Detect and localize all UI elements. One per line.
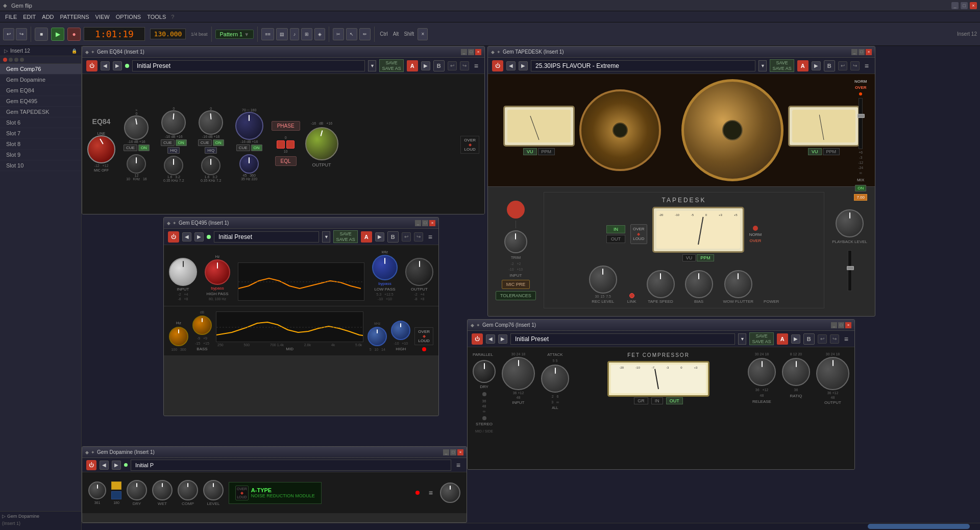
eq495-preset-dropdown[interactable]: ▼ <box>322 231 330 243</box>
bottom-comp-knob[interactable] <box>178 480 198 500</box>
eq84-band3-knob1[interactable] <box>199 110 223 135</box>
bottom-right-menu[interactable]: ≡ <box>427 489 435 497</box>
eq84-ab-a[interactable]: A <box>407 60 418 71</box>
eq84-prev[interactable]: ◀ <box>101 61 110 70</box>
tapedesk-next[interactable]: ▶ <box>519 61 528 70</box>
tapedesk-left-ppm-btn[interactable]: PPM <box>538 148 555 155</box>
eq495-prev[interactable]: ◀ <box>182 232 191 242</box>
tapedesk-ab-a[interactable]: A <box>797 60 808 71</box>
eq495-preset-input[interactable] <box>214 231 319 243</box>
eq495-lp-knob[interactable] <box>372 255 398 280</box>
eq84-band4-freq-knob[interactable] <box>239 154 259 174</box>
toolbar-redo[interactable]: ↪ <box>16 28 27 40</box>
eq84-band3-hiq[interactable]: HiQ <box>205 147 217 154</box>
tapedesk-minimize[interactable]: _ <box>851 49 857 55</box>
tapedesk-mix-on[interactable]: ON <box>855 185 866 191</box>
bottom-preset-max[interactable]: □ <box>450 449 456 455</box>
menu-edit[interactable]: EDIT <box>20 13 39 21</box>
bottom-menu[interactable]: ≡ <box>454 461 462 469</box>
pencil-btn[interactable]: ✏ <box>359 28 371 40</box>
eq84-close[interactable]: × <box>475 49 481 55</box>
comp76-gr-btn[interactable]: GR <box>634 397 648 404</box>
comp76-menu[interactable]: ≡ <box>842 335 850 343</box>
tapedesk-right-vu-btn[interactable]: VU <box>808 148 822 155</box>
bottom-level-knob[interactable] <box>203 480 224 500</box>
bottom-power[interactable]: ⏻ <box>86 460 96 470</box>
tapedesk-mic-pre-btn[interactable]: MIC PRE <box>502 280 530 289</box>
bottom-next[interactable]: ▶ <box>112 461 121 470</box>
eq84-band3-on[interactable]: ON <box>213 139 224 146</box>
tapedesk-right-fader[interactable] <box>859 98 863 149</box>
eq84-band2-on[interactable]: ON <box>176 139 187 146</box>
piano-btn[interactable]: ♪ <box>290 28 300 40</box>
tapedesk-playback-knob[interactable] <box>836 209 864 237</box>
toolbar-undo[interactable]: ↩ <box>3 28 14 40</box>
tapedesk-tolerances-btn[interactable]: TOLERANCES <box>496 291 536 300</box>
bottom-preset-min[interactable]: _ <box>443 449 449 455</box>
tapedesk-save[interactable]: SAVESAVE AS <box>770 59 794 73</box>
pattern-btn[interactable]: Pattern 1 <box>220 31 243 37</box>
eq84-band2-knob1[interactable] <box>161 110 186 135</box>
menu-file[interactable]: FILE <box>2 13 20 21</box>
sidebar-item-eq84[interactable]: Gem EQ84 <box>0 85 81 96</box>
tapedesk-tapespeed-knob[interactable] <box>647 270 675 298</box>
tapedesk-ab-arrow[interactable]: ▶ <box>812 61 821 70</box>
menu-add[interactable]: ADD <box>39 13 57 21</box>
tapedesk-preset-input[interactable] <box>531 60 755 71</box>
eq84-band1-cue[interactable]: CUE <box>124 144 137 151</box>
eq495-undo[interactable]: ↩ <box>402 232 411 242</box>
eq495-input-knob[interactable] <box>169 258 197 286</box>
tapedesk-preset-dropdown[interactable]: ▼ <box>758 60 767 71</box>
eq84-band2-cue[interactable]: CUE <box>161 139 175 146</box>
tapedesk-rec-knob[interactable] <box>589 266 617 294</box>
eq84-band4-on[interactable]: ON <box>251 144 262 151</box>
tapedesk-redo[interactable]: ↪ <box>850 61 860 70</box>
eq495-ab-arrow[interactable]: ▶ <box>375 232 384 242</box>
eq84-minimize[interactable]: _ <box>461 49 467 55</box>
sidebar-item-comp76[interactable]: Gem Comp76 <box>0 64 81 75</box>
sidebar-item-slot8[interactable]: Slot 8 <box>0 139 81 150</box>
eq84-input-knob[interactable] <box>87 135 115 163</box>
eq84-redo[interactable]: ↪ <box>460 61 469 70</box>
eq495-redo[interactable]: ↪ <box>414 232 423 242</box>
menu-view[interactable]: VIEW <box>92 13 113 21</box>
eq84-preset-input[interactable] <box>132 60 365 71</box>
bottom-preset-titlebar[interactable]: ◆ ✦ Gem Dopamine (Insert 1) _ □ × <box>82 447 467 458</box>
bottom-knob1[interactable] <box>88 481 106 499</box>
eq84-band1-on[interactable]: ON <box>138 144 150 151</box>
eq495-save[interactable]: SAVESAVE AS <box>333 230 357 244</box>
sidebar-item-tapedesk[interactable]: Gem TAPEDESK <box>0 107 81 117</box>
close-all-btn[interactable]: × <box>418 28 428 40</box>
comp76-out-btn[interactable]: OUT <box>666 397 683 404</box>
record-btn[interactable]: ● <box>67 28 81 41</box>
tapedesk-titlebar[interactable]: ◆ ✦ Gem TAPEDESK (Insert 1) _ □ × <box>488 46 875 58</box>
eq495-high-gain-knob[interactable] <box>391 321 410 340</box>
tapedesk-ab-b[interactable]: B <box>824 60 835 71</box>
eq495-window-btns[interactable]: _ □ × <box>415 220 435 226</box>
playlist-btn[interactable]: ▤ <box>276 28 288 40</box>
eq495-maxrestore[interactable]: □ <box>422 220 428 226</box>
bottom-preset-btns[interactable]: _ □ × <box>443 449 463 455</box>
window-controls[interactable]: _ □ × <box>951 2 977 9</box>
tapedesk-window-btns[interactable]: _ □ × <box>851 49 872 55</box>
eq84-next[interactable]: ▶ <box>113 61 122 70</box>
step-seq-btn[interactable]: ⊞ <box>301 28 312 40</box>
tapedesk-close[interactable]: × <box>866 49 872 55</box>
eq495-output-knob[interactable] <box>405 258 433 286</box>
eq84-titlebar[interactable]: ◆ ✦ Gem EQ84 (Insert 1) _ □ × <box>82 46 484 58</box>
comp76-next[interactable]: ▶ <box>498 334 507 344</box>
eq84-phase-btn[interactable]: PHASE <box>272 121 300 131</box>
eq84-band2-freq-knob[interactable] <box>164 156 183 175</box>
comp76-ratio-knob[interactable] <box>782 358 810 386</box>
comp76-dry-knob[interactable] <box>473 360 496 383</box>
bottom-right-knob[interactable] <box>440 483 460 503</box>
bottom-prev[interactable]: ◀ <box>100 461 109 470</box>
eq84-window-btns[interactable]: _ □ × <box>461 49 481 55</box>
maximize-btn[interactable]: □ <box>961 2 968 9</box>
comp76-attack-knob[interactable] <box>541 365 569 393</box>
eq495-high-freq-knob[interactable] <box>368 327 387 346</box>
scroll-bar[interactable] <box>868 524 970 529</box>
comp76-input-knob[interactable] <box>502 357 535 390</box>
comp76-preset-dropdown[interactable]: ▼ <box>738 333 746 345</box>
tapedesk-power2[interactable] <box>507 201 525 219</box>
